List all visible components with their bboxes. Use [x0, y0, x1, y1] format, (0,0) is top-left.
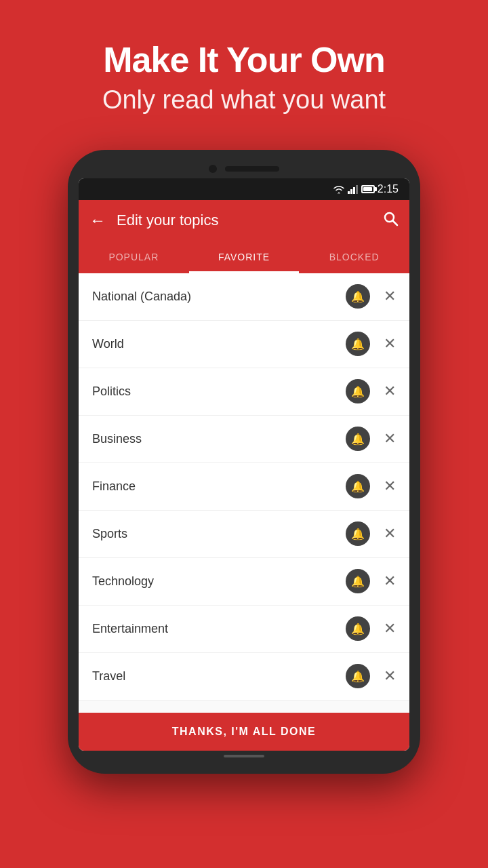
bell-icon: 🔔 — [351, 575, 365, 588]
hero-section: Make It Your Own Only read what you want — [0, 0, 488, 143]
phone-top-bar — [79, 162, 409, 178]
topic-name: Sports — [92, 527, 346, 541]
bell-icon: 🔔 — [351, 290, 365, 303]
topic-name: World — [92, 337, 346, 351]
topic-item: Travel 🔔 ✕ — [79, 653, 409, 701]
done-button-label: THANKS, I'M ALL DONE — [172, 726, 316, 738]
topic-item: Entertainment 🔔 ✕ — [79, 606, 409, 653]
topic-name: National (Canada) — [92, 290, 346, 304]
hero-title: Make It Your Own — [27, 41, 461, 79]
topic-bell-button[interactable]: 🔔 — [346, 332, 370, 356]
topic-name: Finance — [92, 479, 346, 494]
svg-rect-0 — [348, 191, 350, 194]
app-bar-title: Edit your topics — [117, 212, 371, 229]
phone-mockup: 2:15 ← Edit your topics POPULAR — [68, 150, 420, 774]
bell-icon: 🔔 — [351, 528, 365, 540]
topic-item: National (Canada) 🔔 ✕ — [79, 273, 409, 321]
tab-blocked[interactable]: BLOCKED — [299, 241, 409, 273]
topic-bell-button[interactable]: 🔔 — [346, 569, 370, 593]
topic-name: Politics — [92, 384, 346, 399]
svg-rect-1 — [350, 189, 352, 194]
search-button[interactable] — [382, 210, 399, 231]
topic-remove-button[interactable]: ✕ — [378, 665, 399, 688]
topic-bell-button[interactable]: 🔔 — [346, 427, 370, 451]
app-bar: ← Edit your topics — [79, 200, 409, 241]
topic-bell-button[interactable]: 🔔 — [346, 521, 370, 546]
home-indicator — [224, 755, 264, 757]
tab-favorite[interactable]: FAVORITE — [189, 241, 300, 273]
bell-icon: 🔔 — [351, 385, 365, 398]
bell-icon: 🔔 — [351, 433, 365, 446]
tabs-bar: POPULAR FAVORITE BLOCKED — [79, 241, 409, 273]
topic-remove-button[interactable]: ✕ — [378, 475, 399, 498]
status-time: 2:15 — [378, 183, 399, 195]
topic-remove-button[interactable]: ✕ — [378, 380, 399, 403]
status-icons: 2:15 — [333, 183, 399, 195]
topic-bell-button[interactable]: 🔔 — [346, 379, 370, 403]
phone-screen: 2:15 ← Edit your topics POPULAR — [79, 178, 409, 751]
svg-rect-2 — [353, 187, 355, 194]
topic-item: Politics 🔔 ✕ — [79, 368, 409, 416]
bell-icon: 🔔 — [351, 338, 365, 351]
topic-item: Sports 🔔 ✕ — [79, 511, 409, 558]
hero-subtitle: Only read what you want — [27, 85, 461, 116]
topic-item: Finance 🔔 ✕ — [79, 463, 409, 511]
phone-frame: 2:15 ← Edit your topics POPULAR — [68, 150, 420, 774]
topic-name: Travel — [92, 669, 346, 684]
tab-popular[interactable]: POPULAR — [79, 241, 189, 273]
topic-name: Technology — [92, 574, 346, 589]
svg-rect-3 — [356, 185, 358, 194]
phone-speaker — [225, 166, 279, 172]
topic-remove-button[interactable]: ✕ — [378, 332, 399, 355]
topic-item: World 🔔 ✕ — [79, 321, 409, 368]
battery-icon — [361, 185, 375, 193]
bell-icon: 🔔 — [351, 623, 365, 635]
done-button[interactable]: THANKS, I'M ALL DONE — [79, 713, 409, 751]
topic-bell-button[interactable]: 🔔 — [346, 474, 370, 498]
wifi-icon — [333, 184, 345, 194]
phone-camera — [209, 165, 217, 173]
status-bar: 2:15 — [79, 178, 409, 200]
back-button[interactable]: ← — [89, 211, 106, 230]
bell-icon: 🔔 — [351, 670, 365, 683]
topic-name: Business — [92, 432, 346, 446]
svg-line-5 — [393, 220, 398, 225]
bell-icon: 🔔 — [351, 480, 365, 493]
topics-list: National (Canada) 🔔 ✕ World 🔔 ✕ Politics — [79, 273, 409, 713]
topic-remove-button[interactable]: ✕ — [378, 522, 399, 545]
topic-bell-button[interactable]: 🔔 — [346, 616, 370, 641]
topic-remove-button[interactable]: ✕ — [378, 427, 399, 450]
topic-bell-button[interactable]: 🔔 — [346, 664, 370, 688]
topic-item: Business 🔔 ✕ — [79, 416, 409, 463]
phone-bottom-bar — [79, 751, 409, 762]
topic-bell-button[interactable]: 🔔 — [346, 284, 370, 309]
topic-remove-button[interactable]: ✕ — [378, 570, 399, 593]
topic-remove-button[interactable]: ✕ — [378, 285, 399, 308]
topic-remove-button[interactable]: ✕ — [378, 617, 399, 640]
topic-name: Entertainment — [92, 622, 346, 636]
signal-icon — [348, 184, 359, 194]
topic-item: Technology 🔔 ✕ — [79, 558, 409, 606]
